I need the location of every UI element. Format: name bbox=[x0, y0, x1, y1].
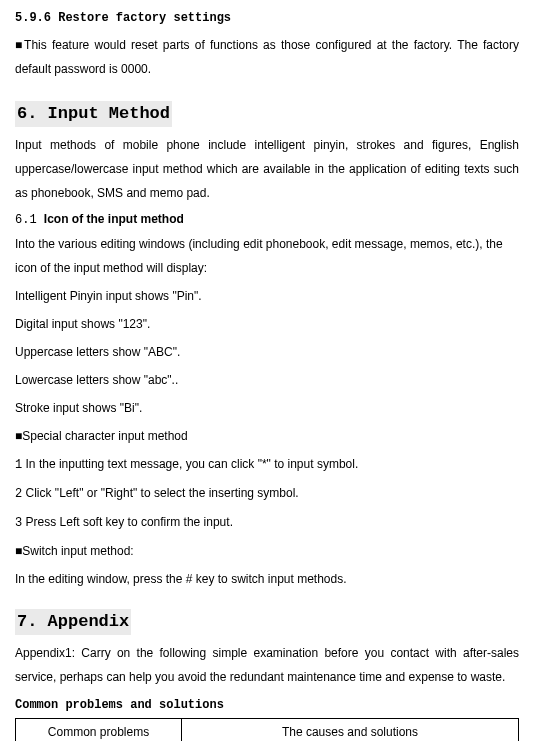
col-problems: Common problems bbox=[16, 718, 182, 741]
special-title: Special character input method bbox=[22, 429, 187, 443]
heading-6: 6. Input Method bbox=[15, 101, 172, 127]
switch-title: Switch input method: bbox=[22, 544, 133, 558]
step-text: Press Left soft key to confirm the input… bbox=[22, 515, 233, 529]
heading-7: 7. Appendix bbox=[15, 609, 131, 635]
line-61-1: Intelligent Pinyin input shows "Pin". bbox=[15, 284, 519, 308]
heading-61: 6.1 Icon of the input method bbox=[15, 211, 519, 229]
para-7: Appendix1: Carry on the following simple… bbox=[15, 641, 519, 689]
table-heading: Common problems and solutions bbox=[15, 697, 519, 714]
col-causes: The causes and solutions bbox=[181, 718, 518, 741]
step-2: 2 Click "Left" or "Right" to select the … bbox=[15, 481, 519, 506]
line-61-3: Uppercase letters show "ABC". bbox=[15, 340, 519, 364]
para-596: ■This feature would reset parts of funct… bbox=[15, 33, 519, 81]
text-596: This feature would reset parts of functi… bbox=[15, 38, 519, 76]
problems-table: Common problems The causes and solutions bbox=[15, 718, 519, 741]
step-text: In the inputting text message, you can c… bbox=[22, 457, 358, 471]
step-3: 3 Press Left soft key to confirm the inp… bbox=[15, 510, 519, 535]
line-61-5: Stroke input shows "Bi". bbox=[15, 396, 519, 420]
step-1: 1 In the inputting text message, you can… bbox=[15, 452, 519, 477]
bullet-square: ■ bbox=[15, 38, 24, 52]
h61-prefix: 6.1 bbox=[15, 213, 44, 227]
line-61-0: Into the various editing windows (includ… bbox=[15, 232, 519, 280]
heading-596: 5.9.6 Restore factory settings bbox=[15, 10, 519, 27]
switch-text: In the editing window, press the # key t… bbox=[15, 567, 519, 591]
step-text: Click "Left" or "Right" to select the in… bbox=[22, 486, 298, 500]
line-61-4: Lowercase letters show "abc".. bbox=[15, 368, 519, 392]
special-heading: ■Special character input method bbox=[15, 424, 519, 448]
line-61-2: Digital input shows "123". bbox=[15, 312, 519, 336]
table-row: Common problems The causes and solutions bbox=[16, 718, 519, 741]
h61-title: Icon of the input method bbox=[44, 212, 184, 226]
switch-heading: ■Switch input method: bbox=[15, 539, 519, 563]
para-6-intro: Input methods of mobile phone include in… bbox=[15, 133, 519, 205]
